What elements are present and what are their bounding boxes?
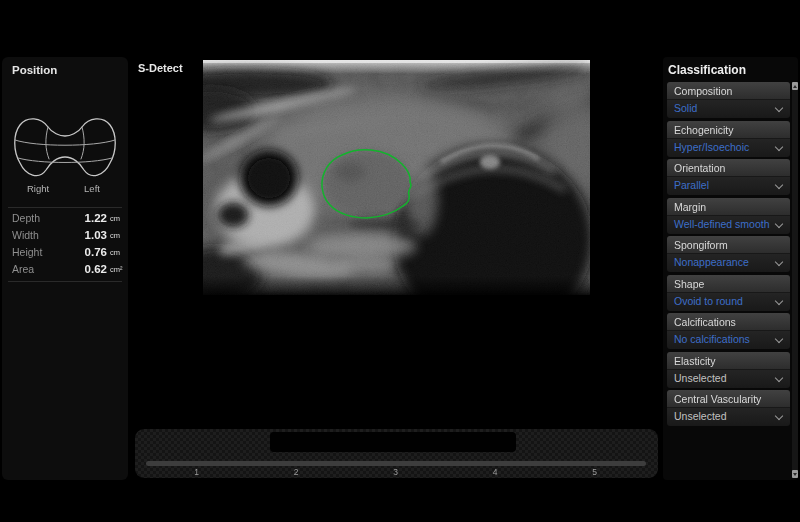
filmstrip-panel: 1 2 3 4 5 — [135, 429, 658, 478]
classification-dropdown-value: No calcifications — [674, 333, 750, 345]
measurement-unit: cm — [110, 246, 125, 257]
chevron-down-icon — [775, 258, 783, 266]
classification-section: Margin Well-defined smooth — [667, 198, 790, 234]
thyroid-diagram-icon[interactable] — [10, 115, 120, 181]
classification-dropdown-value: Unselected — [674, 410, 727, 422]
chevron-down-icon — [775, 373, 783, 381]
classification-section: Orientation Parallel — [667, 159, 790, 195]
classification-dropdown-value: Ovoid to round — [674, 295, 743, 307]
measurement-row: Width 1.03 cm — [2, 226, 128, 243]
classification-section-header: Echogenicity — [667, 121, 790, 139]
classification-section: Spongiform Nonappearance — [667, 236, 790, 272]
classification-section: Elasticity Unselected — [667, 352, 790, 388]
classification-section: Central Vascularity Unselected — [667, 390, 790, 426]
classification-groups: Composition Solid Echogenicity Hyper/Iso… — [667, 82, 790, 429]
classification-title: Classification — [668, 63, 746, 77]
chevron-down-icon — [775, 181, 783, 189]
classification-section: Shape Ovoid to round — [667, 275, 790, 311]
classification-dropdown[interactable]: Parallel — [667, 177, 790, 195]
classification-dropdown-value: Parallel — [674, 179, 709, 191]
measurement-list: Depth 1.22 cm Width 1.03 cm Height 0.76 … — [2, 209, 128, 277]
classification-section: Calcifications No calcifications — [667, 313, 790, 349]
position-panel-title: Position — [12, 64, 57, 76]
classification-dropdown[interactable]: Unselected — [667, 370, 790, 388]
classification-panel: Classification Composition Solid Echogen… — [663, 57, 798, 480]
scroll-down-icon[interactable] — [792, 470, 798, 478]
divider — [8, 281, 122, 282]
measurement-row: Area 0.62 cm² — [2, 260, 128, 277]
measurement-value: 1.03 — [85, 229, 107, 241]
chevron-down-icon — [775, 412, 783, 420]
classification-section-header: Calcifications — [667, 313, 790, 331]
classification-dropdown-value: Nonappearance — [674, 256, 749, 268]
divider — [8, 207, 122, 208]
slider-tick-label: 2 — [286, 467, 306, 477]
frame-slider-track[interactable] — [146, 461, 646, 466]
left-lobe-label: Left — [72, 183, 112, 194]
lobe-labels: Right Left — [2, 183, 128, 195]
measurement-label: Area — [12, 263, 85, 275]
measurement-unit: cm² — [110, 263, 125, 274]
classification-dropdown[interactable]: Solid — [667, 100, 790, 118]
chevron-down-icon — [775, 104, 783, 112]
classification-dropdown[interactable]: Unselected — [667, 408, 790, 426]
classification-section-header: Margin — [667, 198, 790, 216]
classification-section-header: Elasticity — [667, 352, 790, 370]
sdetect-mode-label: S-Detect — [138, 62, 183, 74]
classification-dropdown-value: Unselected — [674, 372, 727, 384]
classification-dropdown[interactable]: Ovoid to round — [667, 293, 790, 311]
slider-tick-label: 4 — [485, 467, 505, 477]
measurement-label: Width — [12, 229, 85, 241]
classification-dropdown[interactable]: No calcifications — [667, 331, 790, 349]
chevron-down-icon — [775, 219, 783, 227]
chevron-down-icon — [775, 296, 783, 304]
measurement-value: 0.76 — [85, 246, 107, 258]
measurement-unit: cm — [110, 212, 125, 223]
classification-dropdown-value: Well-defined smooth — [674, 218, 770, 230]
classification-section-header: Spongiform — [667, 236, 790, 254]
measurement-value: 0.62 — [85, 263, 107, 275]
classification-section-header: Shape — [667, 275, 790, 293]
slider-tick-label: 1 — [187, 467, 207, 477]
measurement-unit: cm — [110, 229, 125, 240]
classification-dropdown[interactable]: Well-defined smooth — [667, 216, 790, 234]
classification-section-header: Orientation — [667, 159, 790, 177]
chevron-down-icon — [775, 335, 783, 343]
measurement-row: Depth 1.22 cm — [2, 209, 128, 226]
classification-dropdown-value: Solid — [674, 102, 697, 114]
classification-dropdown-value: Hyper/Isoechoic — [674, 141, 749, 153]
position-panel: Position Right Left Depth 1.22 cm Wid — [2, 57, 128, 480]
right-lobe-label: Right — [18, 183, 58, 194]
classification-section-header: Central Vascularity — [667, 390, 790, 408]
classification-section: Composition Solid — [667, 82, 790, 118]
measurement-label: Height — [12, 246, 85, 258]
measurement-value: 1.22 — [85, 212, 107, 224]
slider-tick-label: 5 — [585, 467, 605, 477]
chevron-down-icon — [775, 142, 783, 150]
classification-dropdown[interactable]: Hyper/Isoechoic — [667, 139, 790, 157]
slider-tick-label: 3 — [386, 467, 406, 477]
thumbnail-box[interactable] — [270, 432, 516, 452]
ultrasound-image[interactable] — [203, 60, 590, 295]
classification-dropdown[interactable]: Nonappearance — [667, 254, 790, 272]
scroll-up-icon[interactable] — [792, 82, 798, 90]
classification-scrollbar[interactable] — [792, 82, 798, 478]
classification-section: Echogenicity Hyper/Isoechoic — [667, 121, 790, 157]
measurement-label: Depth — [12, 212, 85, 224]
classification-section-header: Composition — [667, 82, 790, 100]
measurement-row: Height 0.76 cm — [2, 243, 128, 260]
